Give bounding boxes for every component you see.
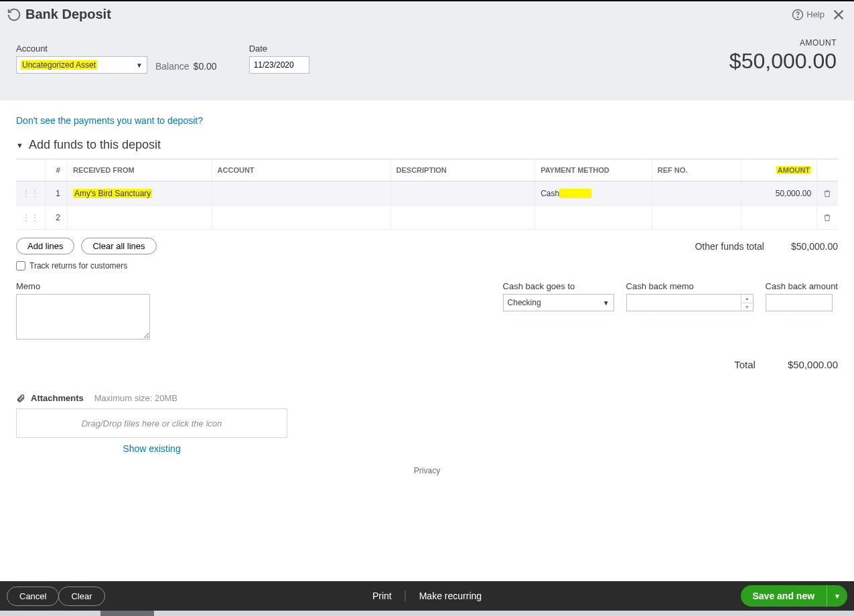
chevron-down-icon: ▼ (136, 62, 143, 69)
received-from-cell[interactable]: Amy's Bird Sanctuary (73, 189, 152, 198)
attachments-dropzone[interactable]: Drag/Drop files here or click the icon (16, 408, 287, 438)
make-recurring-button[interactable]: Make recurring (419, 591, 482, 601)
cancel-button[interactable]: Cancel (7, 587, 59, 606)
description-cell[interactable] (390, 181, 535, 206)
date-label: Date (249, 44, 309, 54)
cashback-amount-input[interactable] (766, 294, 833, 311)
amount-cell[interactable]: 50,000.00 (741, 181, 817, 206)
help-label: Help (806, 9, 825, 19)
account-label: Account (16, 44, 147, 54)
col-num: # (46, 159, 68, 181)
privacy-link[interactable]: Privacy (16, 466, 838, 475)
paperclip-icon (16, 394, 25, 403)
attachments-title: Attachments (31, 393, 84, 403)
account-select[interactable]: Uncategorized Asset ▼ (16, 56, 147, 74)
clear-button[interactable]: Clear (58, 587, 104, 606)
triangle-down-icon: ▼ (16, 141, 23, 149)
row-num: 2 (46, 206, 68, 230)
drag-handle-icon[interactable]: ⋮⋮ (22, 213, 40, 222)
total-label: Total (734, 359, 756, 370)
delete-row-icon[interactable] (817, 206, 838, 230)
clear-lines-button[interactable]: Clear all lines (81, 238, 156, 254)
page-title: Bank Deposit (25, 7, 792, 22)
col-received-from: RECEIVED FROM (67, 159, 212, 181)
table-row[interactable]: ⋮⋮ 1 Amy's Bird Sanctuary Cash 50,000.00 (16, 181, 838, 206)
row-num: 1 (46, 181, 68, 206)
account-cell[interactable] (212, 206, 390, 230)
balance-label: Balance (155, 61, 190, 72)
col-account: ACCOUNT (212, 159, 390, 181)
description-cell[interactable] (390, 206, 535, 230)
cashback-goesto-select[interactable]: Checking ▼ (503, 294, 614, 311)
table-row[interactable]: ⋮⋮ 2 (16, 206, 838, 230)
account-cell[interactable] (212, 181, 390, 206)
amount-caption: AMOUNT (729, 38, 837, 48)
col-payment-method: PAYMENT METHOD (535, 159, 652, 181)
close-icon[interactable] (831, 7, 846, 22)
refno-cell[interactable] (652, 206, 741, 230)
amount-value: $50,000.00 (729, 49, 837, 74)
col-description: DESCRIPTION (390, 159, 535, 181)
other-total-label: Other funds total (695, 241, 764, 252)
payments-link[interactable]: Don't see the payments you want to depos… (16, 115, 838, 126)
col-amount: AMOUNT (741, 159, 817, 181)
print-button[interactable]: Print (372, 591, 392, 601)
total-value: $50,000.00 (788, 359, 838, 370)
history-icon[interactable] (7, 7, 21, 22)
svg-point-1 (798, 17, 798, 17)
cashback-memo-label: Cash back memo (626, 281, 754, 291)
other-total-value: $50,000.00 (791, 241, 838, 252)
save-label: Save and new (741, 585, 827, 607)
attachments-maxsize: Maximum size: 20MB (94, 393, 177, 403)
payment-method-cell[interactable]: Cash (535, 181, 652, 206)
received-from-cell[interactable] (67, 206, 212, 230)
add-funds-toggle[interactable]: ▼ Add funds to this deposit (16, 138, 838, 152)
help-button[interactable]: Help (792, 9, 825, 21)
stepper-down-icon[interactable]: ▼ (741, 303, 753, 311)
save-and-new-button[interactable]: Save and new ▼ (741, 585, 848, 607)
show-existing-link[interactable]: Show existing (123, 443, 180, 454)
amount-cell[interactable] (741, 206, 817, 230)
track-returns-checkbox[interactable] (16, 261, 25, 271)
payment-method-cell[interactable] (535, 206, 652, 230)
delete-row-icon[interactable] (817, 181, 838, 206)
cashback-goesto-value: Checking (508, 298, 541, 307)
add-lines-button[interactable]: Add lines (16, 238, 74, 254)
date-input[interactable] (249, 56, 309, 74)
section-title-text: Add funds to this deposit (29, 138, 161, 152)
cashback-memo-input[interactable] (627, 295, 741, 311)
cashback-amount-label: Cash back amount (766, 281, 838, 291)
stepper-up-icon[interactable]: ▲ (741, 295, 753, 303)
save-dropdown-icon[interactable]: ▼ (827, 585, 847, 607)
account-value: Uncategorized Asset (21, 60, 97, 70)
memo-label: Memo (16, 281, 150, 291)
col-ref-no: REF NO. (652, 159, 741, 181)
refno-cell[interactable] (652, 181, 741, 206)
memo-input[interactable] (16, 294, 150, 339)
track-returns-label: Track returns for customers (29, 261, 127, 271)
drag-handle-icon[interactable]: ⋮⋮ (22, 189, 40, 198)
dropzone-text: Drag/Drop files here or click the icon (82, 418, 222, 429)
chevron-down-icon: ▼ (603, 299, 610, 307)
stepper[interactable]: ▲ ▼ (741, 295, 753, 311)
balance-value: $0.00 (194, 61, 217, 72)
cashback-goesto-label: Cash back goes to (503, 281, 614, 291)
